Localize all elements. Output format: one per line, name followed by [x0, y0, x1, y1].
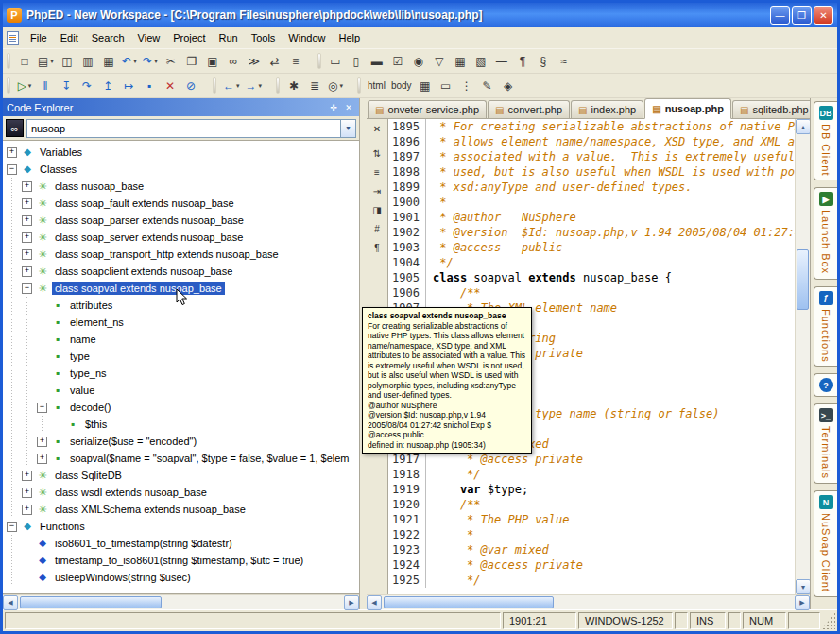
toolbar-grip[interactable]	[357, 77, 361, 94]
code-line[interactable]: 1920 /**	[388, 497, 795, 512]
tree-item[interactable]: ◆timestamp_to_iso8601(string $timestamp,…	[3, 552, 359, 569]
copy-button[interactable]: ❐	[181, 51, 202, 71]
editor-horizontal-scrollbar[interactable]: ◀ ▶	[367, 594, 810, 609]
tree-item[interactable]: ▪value	[3, 382, 359, 399]
scroll-up-button[interactable]: ▲	[796, 119, 811, 134]
line-numbers-button[interactable]: #	[369, 221, 386, 237]
pause-button[interactable]: ‖	[35, 76, 56, 95]
code-line[interactable]: 1900 *	[388, 195, 795, 210]
menu-item-window[interactable]: Window	[282, 29, 332, 46]
code-explorer-header[interactable]: Code Explorer ✜ ✕	[3, 98, 359, 116]
tree-item[interactable]: +◆Variables	[3, 144, 359, 161]
tree-expander[interactable]: +	[22, 215, 32, 226]
stop-debug-button[interactable]: ▪	[139, 76, 160, 95]
toolbar-grip[interactable]	[213, 77, 216, 94]
tree-expander[interactable]: −	[37, 403, 47, 413]
insert-button-button[interactable]: ▬	[367, 51, 387, 71]
insert-table-button[interactable]: ▦	[450, 51, 471, 71]
panel-close-icon[interactable]: ✕	[342, 101, 355, 114]
scroll-left-button[interactable]: ◀	[3, 595, 18, 610]
document-icon[interactable]	[7, 31, 19, 45]
search-input[interactable]	[27, 120, 340, 137]
tree-item[interactable]: +✳class SqliteDB	[3, 467, 359, 484]
step-over-button[interactable]: ↷	[77, 76, 97, 95]
indent-guides-button[interactable]: ⇥	[369, 183, 386, 199]
toolbar-grip[interactable]	[7, 77, 10, 94]
code-line[interactable]: 1903 * @access public	[388, 240, 795, 255]
dock-tab-help[interactable]: ?	[814, 373, 837, 397]
resize-grip[interactable]	[822, 612, 835, 629]
save-file-button[interactable]: ◫	[57, 51, 77, 71]
undo-button[interactable]: ↶▾	[119, 51, 140, 71]
code-line[interactable]: 1924 * @access private	[388, 557, 795, 573]
code-line[interactable]: 1919 var $type;	[388, 482, 795, 497]
tag-edit-button[interactable]: ✎	[477, 76, 498, 95]
tree-expander[interactable]: +	[22, 505, 32, 515]
tree-item[interactable]: −▪decode()	[3, 399, 359, 416]
step-out-button[interactable]: ↥	[97, 76, 118, 95]
editor-tab-onveter-service-php[interactable]: ▤onveter-service.php	[368, 100, 487, 118]
tree-expander[interactable]: +	[7, 147, 17, 158]
print-button[interactable]: ▦	[98, 51, 119, 71]
code-line[interactable]: 1898 * used, but is also useful when WSD…	[388, 164, 795, 180]
code-line[interactable]: 1897 * associated with a value. This is …	[388, 149, 795, 164]
dock-tab-launch-box[interactable]: ▶Launch Box	[814, 187, 837, 279]
tag-frame-button[interactable]: ▭	[436, 76, 456, 95]
menu-item-help[interactable]: Help	[332, 29, 367, 46]
tree-item[interactable]: ▪name	[3, 331, 359, 348]
toolbar-grip[interactable]	[317, 53, 321, 69]
scroll-right-button[interactable]: ▶	[344, 595, 359, 610]
code-line[interactable]: 1918 */	[388, 467, 795, 482]
menu-item-view[interactable]: View	[131, 29, 167, 46]
code-line[interactable]: 1922 *	[388, 527, 795, 542]
tree-item[interactable]: ◆iso8601_to_timestamp(string $datestr)	[3, 535, 359, 552]
tree-item[interactable]: +✳class soap_transport_http extends nuso…	[3, 246, 359, 263]
tree-expander[interactable]: −	[7, 522, 17, 532]
tree-expander[interactable]: +	[22, 471, 32, 481]
tree-expander[interactable]: +	[22, 249, 32, 260]
tree-item[interactable]: ▪type	[3, 348, 359, 365]
bookmarks-button[interactable]: ≡	[369, 164, 386, 180]
zoom-button[interactable]: ◎▾	[325, 76, 346, 95]
code-folding-button[interactable]: ⇅	[369, 146, 386, 162]
tree-item[interactable]: ▪$this	[3, 416, 359, 433]
tree-item[interactable]: −◆Classes	[3, 161, 359, 178]
terminate-button[interactable]: ✕	[160, 76, 180, 95]
dock-tab-functions[interactable]: ƒFunctions	[814, 286, 837, 368]
replace-button[interactable]: ⇄	[265, 51, 285, 71]
vscrollbar-thumb[interactable]	[797, 249, 809, 310]
find-button[interactable]: ∞	[223, 51, 244, 71]
combo-dropdown-icon[interactable]: ▼	[340, 120, 355, 137]
new-file-button[interactable]: □	[14, 51, 35, 71]
code-line[interactable]: 1895 * For creating serializable abstrac…	[388, 119, 795, 134]
tree-expander[interactable]: +	[37, 437, 47, 447]
close-editor-button[interactable]: ✕	[369, 121, 386, 137]
markers-button[interactable]: ≣	[304, 76, 325, 95]
tree-item[interactable]: ▪element_ns	[3, 314, 359, 331]
insert-break-button[interactable]: ¶	[512, 51, 533, 71]
menu-item-search[interactable]: Search	[85, 29, 131, 46]
code-line[interactable]: 1896 * allows element name/namespace, XS…	[388, 134, 795, 149]
settings-button[interactable]: ✱	[283, 76, 304, 95]
insert-special-button[interactable]: §	[533, 51, 554, 71]
insert-image-button[interactable]: ▧	[471, 51, 491, 71]
run-button[interactable]: ▷▾	[14, 76, 35, 95]
step-into-button[interactable]: ↧	[56, 76, 77, 95]
editor-tab-sqlitedb-php[interactable]: ▤sqlitedb.php	[732, 100, 816, 118]
detach-button[interactable]: ⊘	[180, 76, 201, 95]
tree-item[interactable]: +✳class soap_server extends nusoap_base	[3, 229, 359, 246]
scroll-down-button[interactable]: ▼	[796, 579, 811, 594]
tree-expander[interactable]: +	[22, 266, 32, 277]
tree-item[interactable]: +✳class wsdl extends nusoap_base	[3, 484, 359, 501]
tag-table-button[interactable]: ▦	[415, 76, 436, 95]
restore-button[interactable]: ❐	[792, 6, 812, 25]
close-button[interactable]: ✕	[814, 6, 833, 25]
scroll-right-button[interactable]: ▶	[795, 595, 810, 610]
editor-vertical-scrollbar[interactable]: ▲ ▼	[795, 119, 810, 594]
title-bar[interactable]: P PhpED - New Workspace - [C:\Program Fi…	[3, 3, 837, 27]
find-next-button[interactable]: ≫	[244, 51, 265, 71]
toolbar-grip[interactable]	[7, 53, 10, 69]
code-line[interactable]: 1905class soapval extends nusoap_base {	[388, 270, 795, 285]
insert-select-button[interactable]: ▽	[429, 51, 450, 71]
hscrollbar-thumb[interactable]	[384, 596, 554, 608]
